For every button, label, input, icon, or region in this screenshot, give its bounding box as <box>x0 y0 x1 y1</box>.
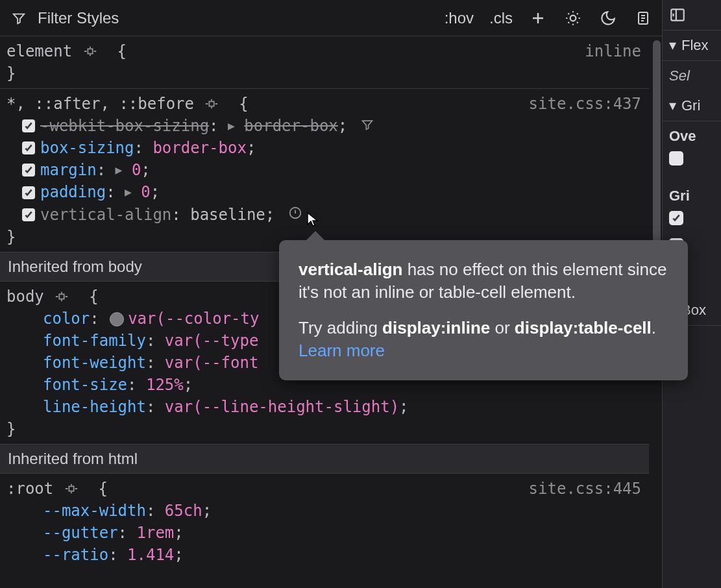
property-name[interactable]: line-height <box>43 398 146 416</box>
property-name[interactable]: color <box>43 310 90 328</box>
overlay-grid-label: Ove <box>663 121 721 145</box>
toggle-side-panel-icon[interactable] <box>668 5 687 25</box>
property-name[interactable]: font-size <box>43 376 127 394</box>
filter-icon[interactable] <box>9 8 29 28</box>
inherited-from-header: Inherited from html <box>0 444 649 474</box>
checkbox[interactable] <box>669 211 683 225</box>
rule-root[interactable]: :root { site.css:445 --max-width: 65ch; … <box>0 474 649 570</box>
svg-rect-3 <box>210 101 214 106</box>
open-brace: { <box>89 480 108 498</box>
property-name[interactable]: --max-width <box>43 502 146 520</box>
selector[interactable]: element <box>6 42 72 60</box>
property-value[interactable]: var(--font <box>165 354 259 372</box>
open-brace: { <box>80 288 99 306</box>
property-value[interactable]: 1rem <box>137 524 175 542</box>
warning-icon[interactable] <box>288 206 302 220</box>
expand-icon[interactable]: ▶ <box>228 117 235 134</box>
enable-checkbox[interactable] <box>22 186 35 199</box>
property-value[interactable]: 125% <box>146 376 184 394</box>
grid-section-header[interactable]: ▾ Gri <box>663 91 721 121</box>
highlight-icon[interactable] <box>63 482 80 495</box>
property-value[interactable]: 65ch <box>165 502 202 520</box>
open-brace: { <box>108 42 127 60</box>
enable-checkbox[interactable] <box>22 119 35 132</box>
property-name[interactable]: box-sizing <box>40 139 134 157</box>
svg-rect-6 <box>69 487 73 491</box>
highlight-icon[interactable] <box>82 45 99 58</box>
rule-universal[interactable]: *, ::after, ::before { site.css:437 -web… <box>0 88 649 252</box>
add-rule-icon[interactable] <box>528 8 548 28</box>
source-link[interactable]: site.css:445 <box>529 478 641 500</box>
property-name[interactable]: vertical-align <box>40 206 171 224</box>
property-name[interactable]: --ratio <box>43 546 108 564</box>
enable-checkbox[interactable] <box>22 208 35 221</box>
enable-checkbox[interactable] <box>22 164 35 177</box>
chevron-down-icon: ▾ <box>669 37 676 54</box>
tooltip-suggestion: display:inline <box>382 318 490 337</box>
grid-setting-row[interactable] <box>663 204 721 232</box>
open-brace: { <box>230 95 249 113</box>
inactive-css-tooltip: vertical-align has no effect on this ele… <box>279 240 688 380</box>
cls-button[interactable]: .cls <box>489 9 513 27</box>
declaration[interactable]: box-sizing: border-box; <box>6 137 641 159</box>
property-value[interactable]: border-box <box>153 139 247 157</box>
close-brace: } <box>6 62 641 84</box>
filter-input-placeholder[interactable]: Filter Styles <box>38 9 119 27</box>
grid-label: Gri <box>681 97 700 114</box>
tooltip-text: . <box>652 318 656 337</box>
property-value[interactable]: var(--line-height-slight) <box>165 398 399 416</box>
chevron-down-icon: ▾ <box>669 97 676 114</box>
highlight-icon[interactable] <box>203 97 220 110</box>
property-value[interactable]: 0 <box>141 183 150 201</box>
property-name[interactable]: font-weight <box>43 354 146 372</box>
selector[interactable]: *, ::after, ::before <box>6 95 194 113</box>
source-link[interactable]: site.css:437 <box>529 93 641 115</box>
property-value[interactable]: 0 <box>132 161 141 179</box>
property-name[interactable]: font-family <box>43 332 146 350</box>
property-value[interactable]: var(--type <box>165 332 259 350</box>
property-value[interactable]: 1.414 <box>127 546 174 564</box>
property-value[interactable]: border-box <box>244 117 338 135</box>
declaration[interactable]: --gutter: 1rem; <box>6 522 641 544</box>
declaration[interactable]: margin: ▶ 0; <box>6 159 641 181</box>
tooltip-text: or <box>490 318 515 337</box>
print-stylesheet-icon[interactable] <box>633 8 653 28</box>
property-name[interactable]: padding <box>40 183 106 201</box>
property-value[interactable]: baseline <box>190 206 265 224</box>
property-name[interactable]: margin <box>40 161 97 179</box>
declaration[interactable]: padding: ▶ 0; <box>6 181 641 203</box>
source-link[interactable]: inline <box>585 40 641 62</box>
svg-rect-5 <box>60 294 64 299</box>
dark-mode-icon[interactable] <box>598 8 618 28</box>
enable-checkbox[interactable] <box>22 141 35 154</box>
select-flex-hint: Sel <box>663 61 721 91</box>
filter-icon[interactable] <box>361 118 374 131</box>
styles-toolbar: Filter Styles :hov .cls <box>0 0 662 36</box>
flex-section-header[interactable]: ▾ Flex <box>663 31 721 61</box>
declaration[interactable]: --max-width: 65ch; <box>6 500 641 522</box>
selector[interactable]: body <box>6 288 44 306</box>
svg-point-0 <box>570 15 576 21</box>
light-mode-icon[interactable] <box>563 8 583 28</box>
highlight-icon[interactable] <box>53 290 70 303</box>
declaration[interactable]: -webkit-box-sizing: ▶ border-box; <box>6 115 641 137</box>
tooltip-text: Try adding <box>299 318 382 337</box>
flex-label: Flex <box>681 37 709 54</box>
checkbox[interactable] <box>669 151 683 165</box>
property-name[interactable]: -webkit-box-sizing <box>40 117 209 135</box>
learn-more-link[interactable]: Learn more <box>299 341 385 360</box>
property-name[interactable]: --gutter <box>43 524 118 542</box>
selector[interactable]: :root <box>6 480 53 498</box>
declaration[interactable]: --ratio: 1.414; <box>6 544 641 566</box>
expand-icon[interactable]: ▶ <box>125 184 132 201</box>
declaration[interactable]: vertical-align: baseline; <box>6 204 641 226</box>
color-swatch[interactable] <box>110 312 124 326</box>
expand-icon[interactable]: ▶ <box>116 162 123 178</box>
grid-overlay-row[interactable] <box>663 145 721 172</box>
property-value[interactable]: var(--color-ty <box>128 310 259 328</box>
svg-rect-2 <box>88 49 92 53</box>
grid-display-settings-label: Gri <box>663 181 721 204</box>
declaration[interactable]: line-height: var(--line-height-slight); <box>6 396 641 418</box>
rule-element[interactable]: element { inline } <box>0 36 649 88</box>
hov-button[interactable]: :hov <box>445 9 474 27</box>
